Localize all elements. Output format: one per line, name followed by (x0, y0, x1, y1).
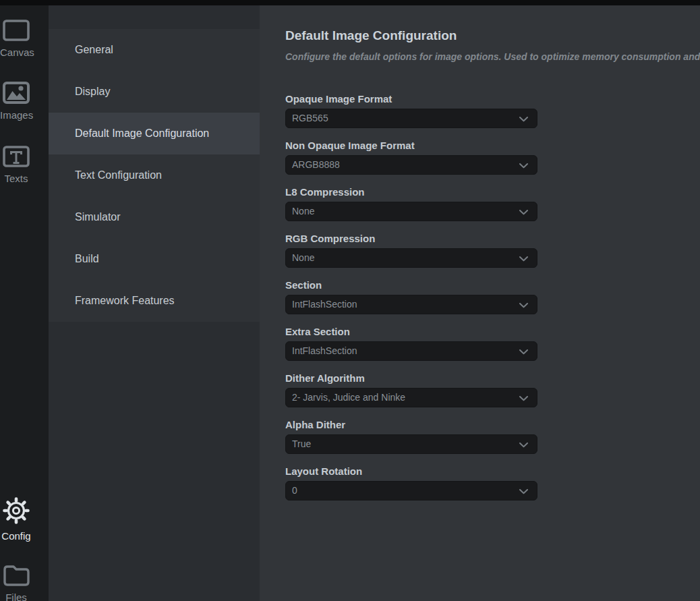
dropdown-value: True (292, 435, 311, 453)
rail-item-files[interactable]: Files (0, 563, 32, 601)
field-label: Extra Section (285, 325, 537, 338)
chevron-down-icon (519, 392, 528, 404)
chevron-down-icon (519, 252, 528, 264)
images-icon (0, 81, 32, 107)
page-subtitle: Configure the default options for image … (285, 51, 700, 63)
section-dropdown[interactable]: IntFlashSection (285, 295, 537, 314)
tool-rail: Canvas Images Texts (0, 5, 49, 601)
menu-item-general[interactable]: General (49, 29, 260, 71)
rgb-compression-dropdown[interactable]: None (285, 248, 537, 268)
field-l8-compression: L8 Compression None (285, 185, 537, 221)
settings-panel: Default Image Configuration Configure th… (260, 5, 700, 601)
field-layout-rotation: Layout Rotation 0 (285, 465, 537, 500)
field-alpha-dither: Alpha Dither True (285, 418, 537, 454)
config-menu: General Display Default Image Configurat… (49, 29, 260, 322)
field-non-opaque-image-format: Non Opaque Image Format ARGB8888 (285, 139, 537, 175)
menu-item-build[interactable]: Build (49, 238, 260, 280)
dropdown-value: RGB565 (292, 109, 328, 127)
dropdown-value: 0 (292, 482, 297, 500)
menu-item-simulator[interactable]: Simulator (49, 196, 260, 238)
rail-label-files: Files (0, 592, 32, 601)
dropdown-value: 2- Jarvis, Judice and Ninke (292, 389, 405, 407)
chevron-down-icon (519, 299, 528, 311)
alpha-dither-dropdown[interactable]: True (285, 434, 537, 454)
extra-section-dropdown[interactable]: IntFlashSection (285, 341, 537, 361)
field-label: Non Opaque Image Format (285, 139, 537, 152)
chevron-down-icon (519, 159, 528, 171)
chevron-down-icon (519, 438, 528, 451)
l8-compression-dropdown[interactable]: None (285, 202, 537, 221)
non-opaque-image-format-dropdown[interactable]: ARGB8888 (285, 155, 537, 175)
rail-item-texts[interactable]: Texts (0, 145, 32, 185)
dropdown-value: IntFlashSection (292, 342, 357, 360)
rail-label-texts: Texts (0, 173, 32, 185)
dropdown-value: None (292, 249, 314, 267)
chevron-down-icon (519, 345, 528, 357)
field-dither-algorithm: Dither Algorithm 2- Jarvis, Judice and N… (285, 372, 537, 407)
field-extra-section: Extra Section IntFlashSection (285, 325, 537, 361)
config-section-nav: General Display Default Image Configurat… (49, 5, 260, 601)
rail-label-config: Config (0, 530, 32, 542)
top-title-bar (0, 0, 700, 5)
field-label: Layout Rotation (285, 465, 537, 478)
field-rgb-compression: RGB Compression None (285, 232, 537, 268)
field-label: Alpha Dither (285, 418, 537, 431)
opaque-image-format-dropdown[interactable]: RGB565 (285, 109, 537, 128)
field-section: Section IntFlashSection (285, 279, 537, 314)
rail-item-images[interactable]: Images (0, 81, 32, 121)
field-label: Section (285, 279, 537, 291)
dropdown-value: IntFlashSection (292, 295, 357, 314)
dropdown-value: ARGB8888 (292, 156, 340, 174)
dropdown-value: None (292, 202, 314, 221)
field-label: L8 Compression (285, 185, 537, 198)
menu-item-text-configuration[interactable]: Text Configuration (49, 154, 260, 196)
folder-icon (0, 563, 32, 590)
chevron-down-icon (519, 485, 528, 497)
dither-algorithm-dropdown[interactable]: 2- Jarvis, Judice and Ninke (285, 388, 537, 407)
rail-label-canvas: Canvas (0, 47, 32, 59)
menu-item-default-image-configuration[interactable]: Default Image Configuration (49, 113, 260, 154)
chevron-down-icon (519, 113, 528, 125)
app-window: Canvas Images Texts (0, 0, 700, 601)
field-label: Opaque Image Format (285, 92, 537, 105)
page-title: Default Image Configuration (285, 27, 700, 45)
rail-item-config[interactable]: Config (0, 496, 32, 542)
field-label: RGB Compression (285, 232, 537, 245)
field-label: Dither Algorithm (285, 372, 537, 384)
layout-rotation-dropdown[interactable]: 0 (285, 481, 537, 500)
rail-label-images: Images (0, 109, 32, 121)
field-opaque-image-format: Opaque Image Format RGB565 (285, 92, 537, 128)
texts-icon (0, 145, 32, 171)
canvas-icon (0, 19, 32, 45)
menu-item-framework-features[interactable]: Framework Features (49, 280, 260, 322)
menu-item-display[interactable]: Display (49, 71, 260, 113)
gear-icon (0, 496, 32, 528)
rail-item-canvas[interactable]: Canvas (0, 19, 32, 59)
chevron-down-icon (519, 206, 528, 218)
